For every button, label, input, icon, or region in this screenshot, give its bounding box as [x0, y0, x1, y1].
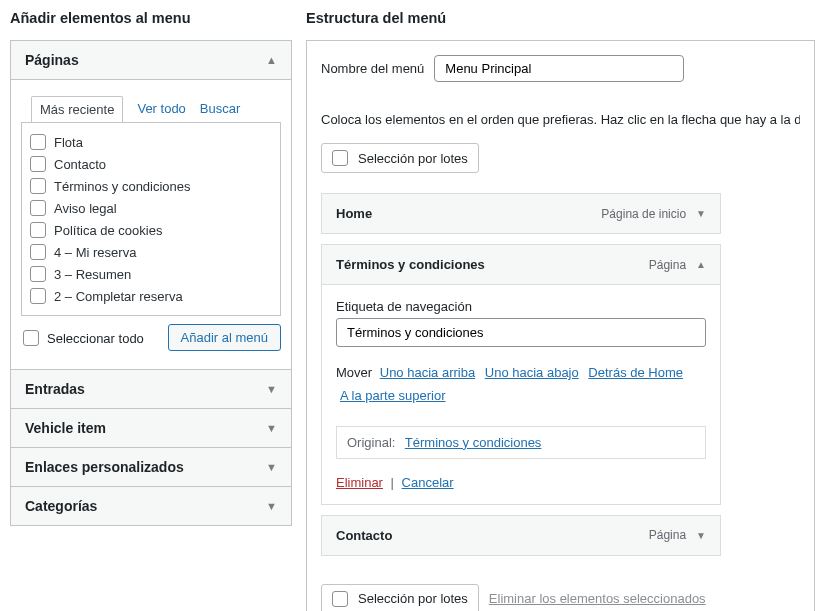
menu-item-terms-head[interactable]: Términos y condiciones Página ▲: [322, 245, 720, 284]
chevron-down-icon[interactable]: ▼: [696, 530, 706, 541]
pages-tabs: Más reciente Ver todo Buscar: [21, 90, 281, 122]
page-label: 3 – Resumen: [54, 267, 131, 282]
chevron-down-icon: ▼: [266, 422, 277, 434]
delete-selected-link[interactable]: Eliminar los elementos seleccionados: [489, 591, 706, 606]
accordion-pages-head[interactable]: Páginas ▲: [11, 41, 291, 79]
menu-item-type: Página: [649, 528, 686, 542]
accordion-vehicle-title: Vehicle item: [25, 420, 106, 436]
accordion-pages: Páginas ▲ Más reciente Ver todo Buscar F…: [10, 40, 292, 370]
tab-search[interactable]: Buscar: [200, 96, 240, 122]
page-label: 2 – Completar reserva: [54, 289, 183, 304]
page-checkbox[interactable]: [30, 134, 46, 150]
hint-text: Coloca los elementos en el orden que pre…: [321, 112, 800, 127]
move-behind-link[interactable]: Detrás de Home: [588, 365, 683, 380]
list-item: Política de cookies: [30, 219, 272, 241]
bulk-select-top: Selección por lotes: [321, 143, 479, 173]
move-up-link[interactable]: Uno hacia arriba: [380, 365, 475, 380]
menu-item-type: Página: [649, 258, 686, 272]
list-item: 2 – Completar reserva: [30, 285, 272, 307]
chevron-down-icon: ▼: [266, 461, 277, 473]
chevron-up-icon: ▲: [266, 54, 277, 66]
page-label: Flota: [54, 135, 83, 150]
page-checkbox[interactable]: [30, 156, 46, 172]
accordion-entries: Entradas ▼: [10, 369, 292, 409]
bulk-select-bottom: Selección por lotes: [321, 584, 479, 611]
chevron-down-icon[interactable]: ▼: [696, 208, 706, 219]
accordion-custom-links-title: Enlaces personalizados: [25, 459, 184, 475]
original-label: Original:: [347, 435, 395, 450]
list-item: 3 – Resumen: [30, 263, 272, 285]
chevron-down-icon: ▼: [266, 383, 277, 395]
list-item: Aviso legal: [30, 197, 272, 219]
page-label: Política de cookies: [54, 223, 162, 238]
page-label: 4 – Mi reserva: [54, 245, 136, 260]
separator: |: [391, 475, 394, 490]
page-checkbox[interactable]: [30, 244, 46, 260]
accordion-custom-links: Enlaces personalizados ▼: [10, 447, 292, 487]
add-to-menu-button[interactable]: Añadir al menú: [168, 324, 281, 351]
nav-label: Etiqueta de navegación: [336, 299, 706, 314]
accordion-vehicle: Vehicle item ▼: [10, 408, 292, 448]
menu-item-home[interactable]: Home Página de inicio ▼: [321, 193, 721, 234]
bulk-select-label: Selección por lotes: [358, 151, 468, 166]
bulk-select-checkbox-top[interactable]: [332, 150, 348, 166]
menu-item-title: Contacto: [336, 528, 649, 543]
pages-checklist: Flota Contacto Términos y condiciones Av…: [30, 131, 276, 307]
move-down-link[interactable]: Uno hacia abajo: [485, 365, 579, 380]
delete-link[interactable]: Eliminar: [336, 475, 383, 490]
accordion-vehicle-head[interactable]: Vehicle item ▼: [11, 409, 291, 447]
accordion-entries-title: Entradas: [25, 381, 85, 397]
move-row: Mover Uno hacia arriba Uno hacia abajo D…: [336, 361, 706, 408]
list-item: Flota: [30, 131, 272, 153]
accordion-custom-links-head[interactable]: Enlaces personalizados ▼: [11, 448, 291, 486]
move-label: Mover: [336, 365, 372, 380]
cancel-link[interactable]: Cancelar: [402, 475, 454, 490]
list-item: Términos y condiciones: [30, 175, 272, 197]
page-checkbox[interactable]: [30, 178, 46, 194]
page-label: Aviso legal: [54, 201, 117, 216]
item-actions: Eliminar | Cancelar: [336, 475, 706, 490]
list-item: Contacto: [30, 153, 272, 175]
nav-label-input[interactable]: [336, 318, 706, 347]
move-top-link[interactable]: A la parte superior: [340, 388, 446, 403]
menu-name-row: Nombre del menú: [306, 40, 815, 96]
menu-name-label: Nombre del menú: [321, 61, 424, 76]
menu-item-type: Página de inicio: [601, 207, 686, 221]
list-item: 4 – Mi reserva: [30, 241, 272, 263]
menu-item-contact[interactable]: Contacto Página ▼: [321, 515, 721, 556]
original-box: Original: Términos y condiciones: [336, 426, 706, 459]
page-checkbox[interactable]: [30, 200, 46, 216]
menu-name-input[interactable]: [434, 55, 684, 82]
accordion-categories-title: Categorías: [25, 498, 97, 514]
menu-item-title: Términos y condiciones: [336, 257, 649, 272]
tab-recent[interactable]: Más reciente: [31, 96, 123, 123]
page-checkbox[interactable]: [30, 288, 46, 304]
page-checkbox[interactable]: [30, 266, 46, 282]
accordion-pages-title: Páginas: [25, 52, 79, 68]
page-label: Contacto: [54, 157, 106, 172]
accordion-categories-head[interactable]: Categorías ▼: [11, 487, 291, 525]
original-link[interactable]: Términos y condiciones: [405, 435, 542, 450]
chevron-down-icon: ▼: [266, 500, 277, 512]
accordion-entries-head[interactable]: Entradas ▼: [11, 370, 291, 408]
menu-item-terms: Términos y condiciones Página ▲ Etiqueta…: [321, 244, 721, 505]
left-heading: Añadir elementos al menu: [10, 10, 292, 26]
right-heading: Estructura del menú: [306, 10, 815, 26]
menu-item-title: Home: [336, 206, 601, 221]
select-all-checkbox[interactable]: [23, 330, 39, 346]
accordion-categories: Categorías ▼: [10, 486, 292, 526]
page-checkbox[interactable]: [30, 222, 46, 238]
bulk-select-label: Selección por lotes: [358, 591, 468, 606]
tab-view-all[interactable]: Ver todo: [137, 96, 185, 122]
page-label: Términos y condiciones: [54, 179, 191, 194]
bulk-select-checkbox-bottom[interactable]: [332, 591, 348, 607]
select-all-label: Seleccionar todo: [47, 331, 144, 346]
chevron-up-icon[interactable]: ▲: [696, 259, 706, 270]
